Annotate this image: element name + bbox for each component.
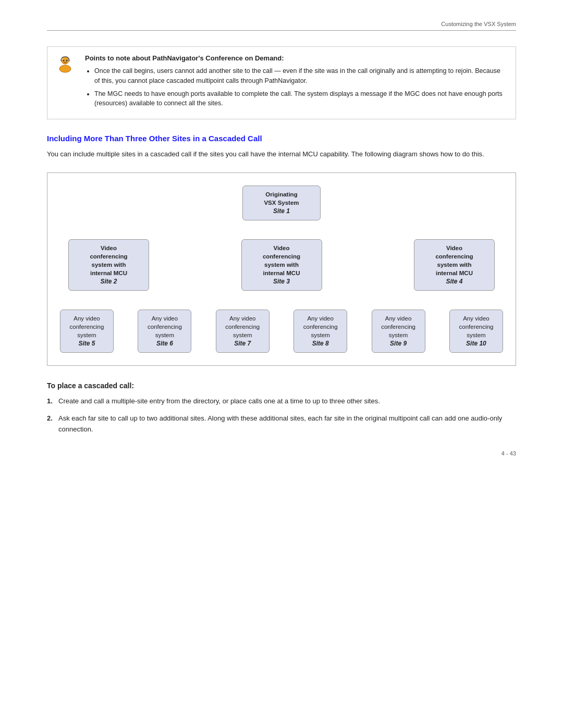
procedure-step-2: 2. Ask each far site to call up to two a… <box>47 413 516 435</box>
site3-line2: conferencing <box>247 252 316 261</box>
site9-line1: Any video <box>377 314 420 323</box>
site6-label: Site 6 <box>143 339 186 348</box>
node-site5: Any video conferencing system Site 5 <box>60 310 114 353</box>
site2-line4: internal MCU <box>74 269 143 277</box>
site7-line3: system <box>222 331 264 339</box>
svg-point-1 <box>59 65 71 72</box>
level1-row: Originating VSX System Site 1 <box>58 186 505 220</box>
site2-line2: conferencing <box>74 252 143 261</box>
site5-label: Site 5 <box>66 339 108 348</box>
site7-line1: Any video <box>222 314 264 323</box>
site9-line2: conferencing <box>377 323 420 331</box>
step1-num: 1. <box>47 396 58 407</box>
note-content: Points to note about PathNavigator's Con… <box>85 54 507 112</box>
site3-line1: Video <box>247 244 316 252</box>
site1-line1: Originating <box>248 190 315 199</box>
node-site4: Video conferencing system with internal … <box>414 239 495 291</box>
step2-num: 2. <box>47 413 58 435</box>
note-item-1: Once the call begins, users cannot add a… <box>94 66 507 86</box>
site3-line3: system with <box>247 261 316 269</box>
node-site2: Video conferencing system with internal … <box>68 239 149 291</box>
site8-line1: Any video <box>299 314 341 323</box>
site1-label: Site 1 <box>248 207 315 216</box>
site9-label: Site 9 <box>377 339 420 348</box>
site4-label: Site 4 <box>420 277 489 286</box>
svg-rect-6 <box>68 59 70 61</box>
arrow-spacer-1 <box>58 220 505 239</box>
site5-line2: conferencing <box>66 323 108 331</box>
node-site7: Any video conferencing system Site 7 <box>216 310 270 353</box>
site6-line3: system <box>143 331 186 339</box>
note-icon <box>56 54 78 112</box>
page-container: Customizing the VSX System Points to not <box>0 0 563 472</box>
site10-label: Site 10 <box>455 339 497 348</box>
site6-line2: conferencing <box>143 323 186 331</box>
site5-line3: system <box>66 331 108 339</box>
site9-line3: system <box>377 331 420 339</box>
svg-rect-5 <box>60 59 62 61</box>
node-site10: Any video conferencing system Site 10 <box>449 310 503 353</box>
header-text: Customizing the VSX System <box>441 21 516 27</box>
note-item-2: The MGC needs to have enough ports avail… <box>94 89 507 109</box>
diagram-wrapper: Originating VSX System Site 1 Video conf… <box>58 186 505 353</box>
site7-label: Site 7 <box>222 339 264 348</box>
section-intro: You can include multiple sites in a casc… <box>47 149 516 160</box>
site8-line3: system <box>299 331 341 339</box>
page-footer: 4 - 43 <box>501 450 516 456</box>
note-box: Points to note about PathNavigator's Con… <box>47 46 516 119</box>
step1-text: Create and call a multiple-site entry fr… <box>58 396 380 407</box>
note-title: Points to note about PathNavigator's Con… <box>85 54 507 62</box>
site4-line1: Video <box>420 244 489 252</box>
page-number: 4 - 43 <box>501 450 516 456</box>
svg-point-4 <box>66 60 68 61</box>
site4-line3: system with <box>420 261 489 269</box>
procedure-step-1: 1. Create and call a multiple-site entry… <box>47 396 516 407</box>
site8-label: Site 8 <box>299 339 341 348</box>
site3-label: Site 3 <box>247 277 316 286</box>
node-site3: Video conferencing system with internal … <box>241 239 322 291</box>
site8-line2: conferencing <box>299 323 341 331</box>
site10-line1: Any video <box>455 314 497 323</box>
step2-text: Ask each far site to call up to two addi… <box>58 413 516 435</box>
section-heading: Including More Than Three Other Sites in… <box>47 134 516 143</box>
svg-point-3 <box>63 60 65 61</box>
site2-line3: system with <box>74 261 143 269</box>
site6-line1: Any video <box>143 314 186 323</box>
site2-label: Site 2 <box>74 277 143 286</box>
procedure-list: 1. Create and call a multiple-site entry… <box>47 396 516 435</box>
site3-line4: internal MCU <box>247 269 316 277</box>
note-list: Once the call begins, users cannot add a… <box>85 66 507 108</box>
site2-line1: Video <box>74 244 143 252</box>
site5-line1: Any video <box>66 314 108 323</box>
level2-row: Video conferencing system with internal … <box>58 239 505 291</box>
site4-line4: internal MCU <box>420 269 489 277</box>
node-site8: Any video conferencing system Site 8 <box>293 310 347 353</box>
page-header: Customizing the VSX System <box>47 21 516 31</box>
pathnavigator-icon <box>56 55 75 74</box>
site1-line2: VSX System <box>248 199 315 207</box>
site4-line2: conferencing <box>420 252 489 261</box>
node-site9: Any video conferencing system Site 9 <box>372 310 425 353</box>
node-site1: Originating VSX System Site 1 <box>242 186 321 220</box>
diagram-area: Originating VSX System Site 1 Video conf… <box>47 172 516 366</box>
site10-line3: system <box>455 331 497 339</box>
arrow-spacer-2 <box>58 291 505 310</box>
site7-line2: conferencing <box>222 323 264 331</box>
level3-row: Any video conferencing system Site 5 Any… <box>58 310 505 353</box>
site10-line2: conferencing <box>455 323 497 331</box>
node-site6: Any video conferencing system Site 6 <box>138 310 191 353</box>
procedure-heading: To place a cascaded call: <box>47 381 516 390</box>
